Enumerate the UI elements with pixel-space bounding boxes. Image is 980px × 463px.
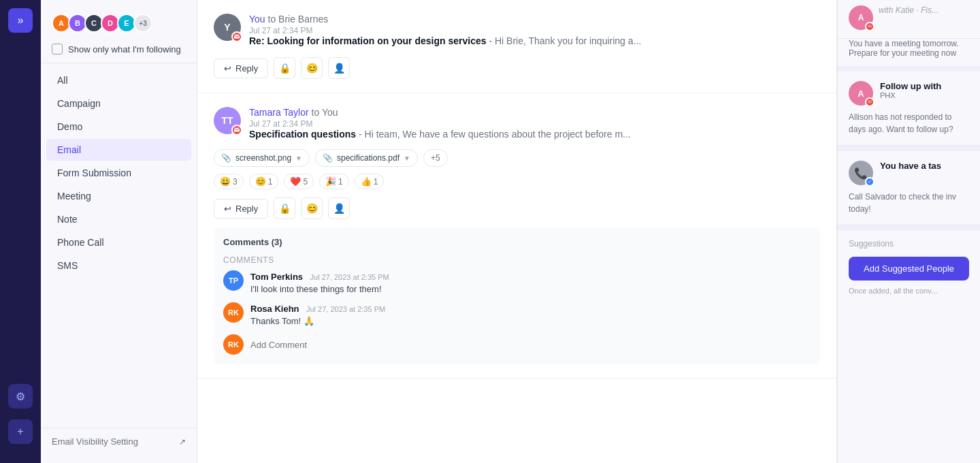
save-icon-1: 🔒 [279,63,291,74]
attachment-screenshot[interactable]: 📎 screenshot.png ▼ [214,149,310,167]
filter-form-submission[interactable]: Form Submission [46,162,191,184]
suggestion-header-3: 📞 ✓ You have a tas [849,161,969,185]
reaction-emoji-4: 🎉 [325,176,336,187]
show-following-label: Show only what I'm following [68,44,181,54]
email-actions-1: ↩ Reply 🔒 😊 👤 [214,57,820,79]
suggestion-content-partial: with Katie · Fis... [879,5,938,15]
emoji-button-1[interactable]: 😊 [301,57,323,79]
suggestions-label: Suggestions [838,231,980,251]
save-button-2[interactable]: 🔒 [274,197,295,219]
divider-2 [838,146,980,151]
reaction-emoji-5: 👍 [361,176,372,187]
filter-all[interactable]: All [46,69,191,91]
reaction-count-4: 1 [338,177,343,187]
suggestion-title-3: You have a tas [880,161,941,171]
plus-icon: + [17,426,23,438]
comment-text-1: I'll look into these things for them! [250,284,811,294]
emoji-icon-1: 😊 [306,63,318,74]
reactions-2: 😀 3 😊 1 ❤️ 5 🎉 1 👍 1 [214,174,820,189]
suggestion-text-2: Allison has not responded to days ago. W… [849,111,969,135]
attach-chevron-1: ▼ [295,155,302,162]
filter-meeting[interactable]: Meeting [46,185,191,207]
emoji-button-2[interactable]: 😊 [301,197,323,219]
suggestion-info-3: You have a tas [880,161,941,171]
email-avatar-1: Y [214,14,241,41]
email-header-2: TT Tamara Taylor to You Jul 27 at 2:34 P… [214,107,820,142]
reaction-smile[interactable]: 😀 3 [214,174,244,189]
filter-sms[interactable]: SMS [46,255,191,276]
avatar-row: A B C D E +3 [41,8,197,41]
comment-author-2: Rosa Kiehn [250,304,299,314]
assign-icon-2: 👤 [333,203,345,214]
reaction-count-2: 1 [268,177,273,187]
attach-name-2: specifications.pdf [337,153,399,163]
email-visibility-label: Email Visibility Setting [52,436,138,447]
emoji-icon-2: 😊 [306,203,318,214]
email-from-1: You to Brie Barnes [249,14,820,25]
reaction-emoji-2: 😊 [255,176,266,187]
add-suggested-button[interactable]: Add Suggested People [849,257,969,281]
comment-time-2: Jul 27, 2023 at 2:35 PM [306,305,385,313]
filter-demo[interactable]: Demo [46,116,191,138]
nav-plus[interactable]: + [8,419,33,444]
suggestion-info-2: Follow up with PHX [880,81,941,99]
filter-note[interactable]: Note [46,208,191,230]
avatar-extra: +3 [133,14,152,33]
suggestion-text-3: Call Salvador to check the inv today! [849,191,969,215]
divider-3 [838,225,980,231]
filter-campaign[interactable]: Campaign [46,93,191,114]
comment-avatar-2: RK [223,302,244,323]
email-badge-1 [231,31,242,42]
reaction-count-3: 5 [303,177,308,187]
attachment-specifications[interactable]: 📎 specifications.pdf ▼ [315,149,418,167]
email-from-name-1: You [249,14,265,25]
comment-meta-2: Rosa Kiehn Jul 27, 2023 at 2:35 PM [250,302,811,315]
comment-body-1: Tom Perkins Jul 27, 2023 at 2:35 PM I'll… [250,270,811,294]
reaction-happy[interactable]: 😊 1 [249,174,279,189]
reply-button-1[interactable]: ↩ Reply [214,59,268,78]
attachment-extra[interactable]: +5 [423,149,448,167]
show-following-toggle[interactable]: Show only what I'm following [41,41,197,63]
email-subject-2: Specification questions - Hi team, We ha… [249,129,820,140]
comments-section: Comments (3) Comments TP Tom Perkins Jul… [214,227,820,364]
suggestion-badge-2: ✉ [865,97,875,107]
attach-chevron-2: ▼ [404,155,410,162]
nav-chevron[interactable]: » [8,8,33,33]
nav-gear[interactable]: ⚙ [8,384,33,409]
reply-button-2[interactable]: ↩ Reply [214,199,268,219]
filter-phone-call[interactable]: Phone Call [46,232,191,253]
email-from-2: Tamara Taylor to You [249,107,820,118]
comment-body-2: Rosa Kiehn Jul 27, 2023 at 2:35 PM Thank… [250,302,811,326]
email-badge-2 [231,125,242,135]
comments-header: Comments (3) [223,237,811,247]
reaction-thumbsup[interactable]: 👍 1 [355,174,385,189]
email-meta-1: You to Brie Barnes Jul 27 at 2:34 PM Re:… [249,14,820,49]
comment-avatar-1: TP [223,270,244,291]
attach-name-1: screenshot.png [235,153,291,163]
filter-email[interactable]: Email [46,139,191,161]
assign-button-1[interactable]: 👤 [328,57,350,79]
attach-icon-2: 📎 [323,153,333,163]
attachments-2: 📎 screenshot.png ▼ 📎 specifications.pdf … [214,149,820,167]
save-button-1[interactable]: 🔒 [274,57,295,79]
email-to-name-1: to Brie Barnes [268,14,329,25]
add-comment-input[interactable] [250,340,811,350]
suggestion-badge-partial: ✉ [865,22,875,31]
sidebar: A B C D E +3 Show only what I'm followin… [41,0,197,463]
show-following-checkbox[interactable] [52,44,63,54]
suggestion-badge-3: ✓ [865,177,875,187]
reaction-party[interactable]: 🎉 1 [319,174,349,189]
add-comment-row: RK [223,334,811,355]
reaction-heart[interactable]: ❤️ 5 [284,174,314,189]
divider-1 [838,66,980,71]
email-visibility-setting[interactable]: Email Visibility Setting ↗ [41,428,197,455]
email-meta-2: Tamara Taylor to You Jul 27 at 2:34 PM S… [249,107,820,142]
chevron-icon: » [18,14,24,27]
email-header-1: Y You to Brie Barnes Jul 27 at 2:34 PM R… [214,14,820,49]
comment-2: RK Rosa Kiehn Jul 27, 2023 at 2:35 PM Th… [223,302,811,326]
reply-label-1: Reply [235,63,258,74]
comment-meta-1: Tom Perkins Jul 27, 2023 at 2:35 PM [250,270,811,283]
reaction-emoji-3: ❤️ [290,176,301,187]
gear-icon: ⚙ [16,390,25,403]
assign-button-2[interactable]: 👤 [328,197,350,219]
